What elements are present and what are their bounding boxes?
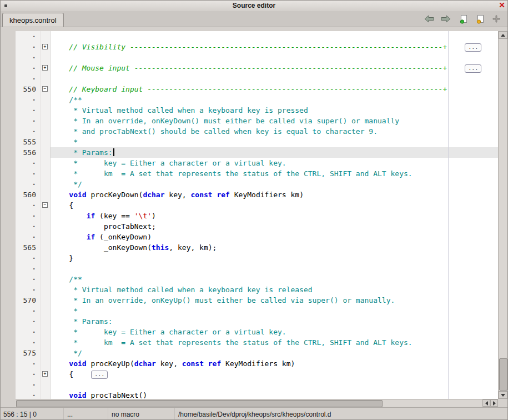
close-icon[interactable]: ✕	[499, 1, 505, 9]
fold-expanded-icon[interactable]: −	[42, 86, 48, 92]
gutter-cell[interactable]: ·	[16, 211, 41, 221]
code-line[interactable]: · if (_onKeyDown)	[16, 232, 498, 242]
vertical-scrollbar[interactable]	[498, 31, 507, 399]
code-line[interactable]: · void procKeyUp(dchar key, const ref Ke…	[16, 358, 498, 369]
gutter-cell[interactable]: ·	[16, 105, 41, 116]
fold-collapsed-icon[interactable]: +	[42, 371, 48, 377]
code-line[interactable]: ·	[16, 52, 498, 63]
gutter-cell[interactable]: ·	[16, 168, 41, 179]
code-line[interactable]: · * Virtual method called when a keyboar…	[16, 105, 498, 116]
gutter-cell[interactable]: ·	[16, 232, 41, 242]
gutter-cell[interactable]: ·	[16, 94, 41, 105]
collapsed-fold-indicator[interactable]: ...	[465, 64, 481, 73]
fold-collapsed-icon[interactable]: +	[42, 65, 48, 71]
gutter-cell[interactable]: ·	[16, 369, 41, 379]
horizontal-scrollbar-thumb[interactable]	[16, 400, 383, 407]
code-line[interactable]: · *	[16, 306, 498, 316]
gutter-cell[interactable]: 575	[16, 348, 41, 358]
gutter-cell[interactable]: ·	[16, 200, 41, 211]
code-line[interactable]: · * km = A set that represents the statu…	[16, 168, 498, 179]
gutter-cell[interactable]: ·	[16, 390, 41, 399]
code-line[interactable]: ·	[16, 379, 498, 390]
gutter-cell[interactable]: ·	[16, 253, 41, 263]
code-line[interactable]: · * In an override, onKeyDown() must eit…	[16, 116, 498, 126]
code-line[interactable]: · * km = A set that represents the statu…	[16, 337, 498, 348]
code-line[interactable]: · void procTabNext()	[16, 390, 498, 399]
window-menu-icon[interactable]	[4, 4, 7, 7]
scroll-left-icon[interactable]	[482, 399, 490, 407]
code-line[interactable]: · }	[16, 253, 498, 263]
gutter-cell[interactable]: ·	[16, 316, 41, 327]
gutter-cell[interactable]: ·	[16, 179, 41, 189]
scroll-up-icon[interactable]	[499, 31, 507, 39]
code-line[interactable]: · /**	[16, 274, 498, 284]
fold-margin[interactable]: +	[41, 42, 51, 52]
fold-margin[interactable]: +	[41, 63, 51, 73]
code-line[interactable]: ·	[16, 263, 498, 274]
gutter-cell[interactable]: ·	[16, 116, 41, 126]
scroll-down-icon[interactable]	[499, 391, 507, 399]
gutter-cell[interactable]: ·	[16, 63, 41, 73]
tab-kheops-control[interactable]: kheops.control	[2, 13, 64, 27]
code-area[interactable]: ··+ // Visibility ----------------------…	[16, 31, 498, 399]
code-line[interactable]: · * key = Either a character or a virtua…	[16, 158, 498, 168]
editor-panel[interactable]: ··+ // Visibility ----------------------…	[16, 31, 498, 399]
code-line[interactable]: 550− // Keyboard input -----------------…	[16, 84, 498, 94]
go-back-icon[interactable]	[423, 12, 436, 26]
code-line[interactable]: ·	[16, 31, 498, 42]
code-line[interactable]: · * Params:	[16, 316, 498, 327]
code-line[interactable]: 556 * Params:	[16, 147, 498, 158]
document-green-icon[interactable]	[457, 12, 470, 26]
gutter-cell[interactable]: ·	[16, 221, 41, 232]
gutter-cell[interactable]: ·	[16, 126, 41, 137]
code-line[interactable]: 570 * In an override, onKeyUp() must eit…	[16, 295, 498, 306]
fold-expanded-icon[interactable]: −	[42, 202, 48, 208]
fold-margin[interactable]: −	[41, 200, 51, 211]
gutter-cell[interactable]: 556	[16, 147, 41, 158]
gutter-cell[interactable]: ·	[16, 158, 41, 168]
collapsed-fold-indicator[interactable]: ...	[91, 371, 108, 379]
code-line[interactable]: · */	[16, 179, 498, 189]
gutter-cell[interactable]: 560	[16, 189, 41, 200]
code-line[interactable]: · if (key == '\t')	[16, 211, 498, 221]
gutter-cell[interactable]: ·	[16, 327, 41, 337]
code-line[interactable]: ·+ // Visibility -----------------------…	[16, 42, 498, 52]
gutter-cell[interactable]: 570	[16, 295, 41, 306]
vertical-scrollbar-thumb[interactable]	[499, 358, 507, 391]
collapsed-fold-indicator[interactable]: ...	[465, 43, 481, 52]
fold-margin[interactable]: +	[41, 369, 51, 379]
gutter-cell[interactable]: ·	[16, 306, 41, 316]
gutter-cell[interactable]: ·	[16, 73, 41, 84]
code-line[interactable]: · /**	[16, 94, 498, 105]
gutter-cell[interactable]: ·	[16, 284, 41, 295]
fold-margin[interactable]: −	[41, 84, 51, 94]
code-line[interactable]: 555 *	[16, 137, 498, 147]
split-editor-icon[interactable]	[490, 12, 503, 26]
gutter-cell[interactable]: ·	[16, 379, 41, 390]
horizontal-scrollbar[interactable]	[16, 399, 498, 407]
scroll-right-icon[interactable]	[490, 399, 498, 407]
code-line[interactable]: · * and procTabNext() should be called w…	[16, 126, 498, 137]
gutter-cell[interactable]: ·	[16, 337, 41, 348]
code-line[interactable]: · * Virtual method called when a keyboar…	[16, 284, 498, 295]
gutter-cell[interactable]: ·	[16, 358, 41, 369]
code-line[interactable]: ·+ // Mouse input ----------------------…	[16, 63, 498, 73]
gutter-cell[interactable]: 565	[16, 242, 41, 253]
fold-collapsed-icon[interactable]: +	[42, 44, 48, 49]
gutter-cell[interactable]: ·	[16, 274, 41, 284]
code-line[interactable]: 560 void procKeyDown(dchar key, const re…	[16, 189, 498, 200]
gutter-cell[interactable]: ·	[16, 52, 41, 63]
code-line[interactable]: ·	[16, 73, 498, 84]
code-line[interactable]: 565 _onKeyDown(this, key, km);	[16, 242, 498, 253]
code-line[interactable]: 575 */	[16, 348, 498, 358]
window-titlebar[interactable]: Source editor ✕	[0, 0, 508, 12]
gutter-cell[interactable]: 550	[16, 84, 41, 94]
code-line[interactable]: · * key = Either a character or a virtua…	[16, 327, 498, 337]
gutter-cell[interactable]: 555	[16, 137, 41, 147]
document-orange-icon[interactable]	[474, 12, 487, 26]
code-line[interactable]: · procTabNext;	[16, 221, 498, 232]
code-line[interactable]: ·+ {...	[16, 369, 498, 379]
go-forward-icon[interactable]	[439, 12, 452, 26]
gutter-cell[interactable]: ·	[16, 263, 41, 274]
gutter-cell[interactable]: ·	[16, 42, 41, 52]
